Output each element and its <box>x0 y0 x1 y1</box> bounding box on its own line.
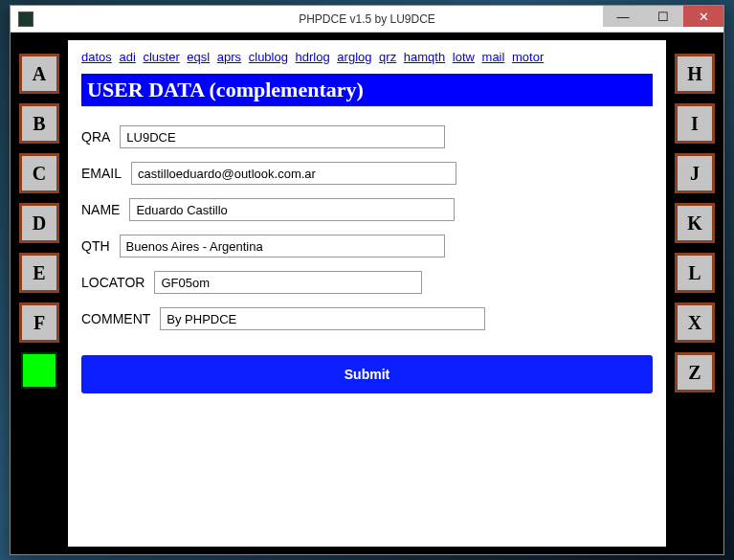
qth-input[interactable] <box>120 235 445 258</box>
locator-input[interactable] <box>154 271 422 294</box>
locator-label: LOCATOR <box>81 275 145 290</box>
nav-links: datos adi cluster eqsl aprs clublog hdrl… <box>81 50 653 64</box>
app-window: PHPDCE v1.5 by LU9DCE — ☐ ✕ ABCDEF datos… <box>10 5 724 555</box>
main-content: datos adi cluster eqsl aprs clublog hdrl… <box>68 40 666 547</box>
side-button-i[interactable]: I <box>675 103 715 144</box>
nav-link-lotw[interactable]: lotw <box>453 50 475 64</box>
side-button-d[interactable]: D <box>19 203 59 243</box>
email-input[interactable] <box>131 162 456 185</box>
qra-input[interactable] <box>120 125 445 148</box>
side-button-k[interactable]: K <box>675 203 715 243</box>
comment-label: COMMENT <box>81 311 150 326</box>
name-label: NAME <box>81 202 120 217</box>
titlebar[interactable]: PHPDCE v1.5 by LU9DCE — ☐ ✕ <box>11 6 723 33</box>
nav-link-aprs[interactable]: aprs <box>217 50 241 64</box>
side-button-a[interactable]: A <box>19 54 59 94</box>
nav-link-adi[interactable]: adi <box>119 50 135 64</box>
name-input[interactable] <box>129 198 455 221</box>
nav-link-datos[interactable]: datos <box>81 50 112 64</box>
app-icon <box>18 11 33 27</box>
nav-link-mail[interactable]: mail <box>482 50 505 64</box>
comment-input[interactable] <box>160 307 485 330</box>
side-button-h[interactable]: H <box>675 54 715 94</box>
side-button-e[interactable]: E <box>19 253 59 293</box>
left-sidebar: ABCDEF <box>14 40 64 547</box>
nav-link-hdrlog[interactable]: hdrlog <box>296 50 330 64</box>
nav-link-hamqth[interactable]: hamqth <box>404 50 445 64</box>
close-button[interactable]: ✕ <box>683 6 723 27</box>
window-title: PHPDCE v1.5 by LU9DCE <box>299 12 435 26</box>
minimize-button[interactable]: — <box>603 6 643 27</box>
qra-label: QRA <box>81 129 110 145</box>
nav-link-eqsl[interactable]: eqsl <box>187 50 210 64</box>
email-label: EMAIL <box>81 166 122 181</box>
nav-link-cluster[interactable]: cluster <box>143 50 179 64</box>
section-title: USER DATA (complementary) <box>81 74 653 106</box>
submit-button[interactable]: Submit <box>81 355 653 393</box>
side-button-b[interactable]: B <box>19 103 59 144</box>
side-button-f[interactable]: F <box>19 302 59 343</box>
side-button-x[interactable]: X <box>675 302 715 343</box>
app-body: ABCDEF datos adi cluster eqsl aprs clubl… <box>11 33 723 554</box>
side-button-l[interactable]: L <box>675 253 715 293</box>
side-button-c[interactable]: C <box>19 153 59 193</box>
qth-label: QTH <box>81 238 110 254</box>
nav-link-qrz[interactable]: qrz <box>379 50 396 64</box>
maximize-button[interactable]: ☐ <box>643 6 683 27</box>
green-square-icon[interactable] <box>21 352 57 389</box>
right-sidebar: HIJKLXZ <box>670 40 720 547</box>
nav-link-arglog[interactable]: arglog <box>337 50 371 64</box>
side-button-z[interactable]: Z <box>675 352 715 392</box>
window-controls: — ☐ ✕ <box>603 6 723 27</box>
nav-link-clublog[interactable]: clublog <box>249 50 288 64</box>
side-button-j[interactable]: J <box>675 153 715 193</box>
nav-link-motor[interactable]: motor <box>512 50 544 64</box>
